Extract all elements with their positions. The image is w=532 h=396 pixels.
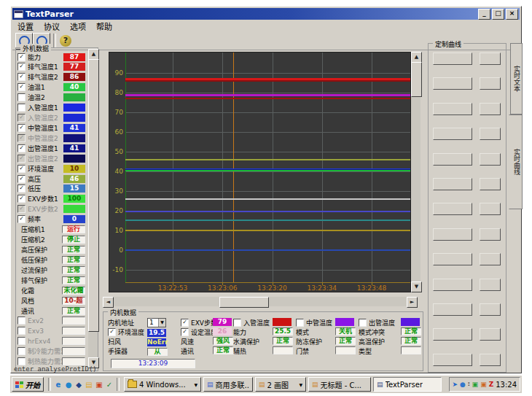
close-button[interactable]: ×	[506, 9, 518, 20]
checkbox[interactable]: ✓	[181, 328, 189, 336]
menu-item-选项[interactable]: 选项	[65, 20, 91, 33]
checkbox[interactable]: ✓	[17, 165, 26, 173]
custom-curve-value[interactable]	[480, 253, 501, 265]
scroll-up-icon[interactable]: ▲	[411, 52, 422, 63]
chevron-down-icon[interactable]: ▼	[158, 319, 165, 327]
quicklaunch-app-red-icon[interactable]: ▣	[94, 381, 104, 389]
checkbox[interactable]: ✓	[17, 175, 26, 183]
custom-curve-value[interactable]	[480, 77, 501, 90]
scrollbar-thumb[interactable]	[88, 59, 99, 332]
chart-vscrollbar[interactable]: ▲ ▼	[411, 52, 420, 292]
taskbar-button[interactable]: ▤TextParser	[373, 377, 442, 392]
checkbox[interactable]: ✓	[17, 205, 26, 213]
help-button[interactable]: ?	[58, 33, 74, 48]
taskbar-button[interactable]: ▤商用多联...	[203, 377, 253, 392]
checkbox[interactable]: ✓	[17, 155, 26, 163]
custom-curve-select[interactable]	[433, 253, 472, 265]
tray-dots-icon[interactable]: ∶	[468, 381, 470, 388]
custom-curve-select[interactable]	[433, 128, 472, 140]
chart-hscrollbar[interactable]: ◄ ►	[103, 297, 418, 306]
checkbox[interactable]: ✓	[181, 319, 189, 327]
scroll-down-icon[interactable]: ▼	[411, 282, 422, 292]
tray-green-icon[interactable]: ▣	[472, 381, 479, 388]
tab-realtime-text[interactable]: 实时文本	[510, 43, 523, 114]
taskbar-button[interactable]: ▤无标题 - C...	[308, 377, 371, 392]
sidebar-item-label: 排气保护	[21, 276, 47, 285]
checkbox[interactable]	[359, 319, 367, 327]
custom-curve-value[interactable]	[480, 203, 501, 215]
scrollbar-thumb[interactable]	[219, 297, 269, 308]
sidebar-item-label: 高压保护	[21, 245, 47, 255]
menu-item-设置[interactable]: 设置	[12, 20, 39, 33]
tab-realtime-curve[interactable]: 实时曲线	[509, 114, 523, 209]
custom-curve-select[interactable]	[433, 153, 472, 166]
custom-curve-select[interactable]	[433, 77, 472, 90]
custom-curve-value[interactable]	[480, 53, 501, 65]
checkbox[interactable]	[17, 327, 26, 335]
custom-curve-value[interactable]	[480, 128, 501, 140]
checkbox[interactable]: ✓	[17, 195, 26, 203]
custom-curve-value[interactable]	[480, 303, 501, 316]
checkbox[interactable]: ✓	[108, 328, 116, 336]
checkbox[interactable]: ✓	[17, 185, 26, 193]
scroll-right-icon[interactable]: ►	[407, 297, 418, 308]
tray-thunder-icon[interactable]: Z	[489, 381, 494, 388]
checkbox[interactable]: ✓	[17, 124, 26, 132]
custom-curve-select[interactable]	[433, 354, 472, 366]
checkbox[interactable]	[17, 93, 26, 101]
custom-curve-select[interactable]	[433, 279, 472, 291]
tray-msn-icon[interactable]: ●	[460, 381, 466, 388]
title-bar[interactable]: TextParser _ □ ×	[12, 8, 520, 20]
menu-item-帮助[interactable]: 帮助	[91, 20, 117, 33]
custom-curve-value[interactable]	[480, 328, 501, 341]
custom-curve-select[interactable]	[433, 53, 472, 65]
custom-curve-select[interactable]	[433, 178, 472, 190]
checkbox[interactable]: ✓	[17, 114, 26, 122]
checkbox[interactable]	[17, 317, 26, 325]
quicklaunch-mail-icon[interactable]: ▤	[84, 381, 94, 389]
sidebar-scrollbar[interactable]: ▲ ▼	[88, 49, 98, 368]
checkbox[interactable]	[233, 319, 241, 327]
taskbar-button[interactable]: 4 Windows...▼	[124, 377, 201, 392]
realtime-curve-plot[interactable]: 9080706050403020100-1013:22:5313:23:0613…	[109, 52, 411, 292]
quicklaunch-msn-icon[interactable]: ◆	[74, 381, 84, 389]
checkbox[interactable]	[17, 357, 26, 365]
checkbox[interactable]: ✓	[17, 83, 26, 91]
custom-curve-value[interactable]	[480, 354, 501, 366]
checkbox[interactable]: ✓	[17, 215, 26, 223]
quicklaunch-ie-icon[interactable]: e	[53, 381, 63, 389]
checkbox[interactable]: ✓	[17, 53, 26, 61]
custom-curve-value[interactable]	[480, 178, 501, 190]
indoor-address-dropdown[interactable]: 1▼	[147, 318, 166, 327]
checkbox[interactable]	[296, 319, 304, 327]
checkbox[interactable]	[17, 347, 26, 355]
checkbox[interactable]: ✓	[17, 63, 26, 71]
checkbox[interactable]	[17, 337, 26, 345]
custom-curve-select[interactable]	[433, 328, 472, 341]
scroll-left-icon[interactable]: ◄	[103, 297, 114, 308]
menu-item-协议[interactable]: 协议	[39, 20, 65, 33]
checkbox[interactable]: ✓	[17, 134, 26, 142]
custom-curve-value[interactable]	[480, 103, 501, 115]
scrollbar-thumb[interactable]	[411, 62, 422, 97]
sidebar-item-label: 低压保护	[21, 255, 47, 265]
tray-arrow-icon[interactable]: ➤	[453, 381, 458, 388]
quicklaunch-media-icon[interactable]: ●	[63, 381, 74, 389]
checkbox[interactable]: ✓	[17, 73, 26, 81]
custom-curve-select[interactable]	[433, 228, 472, 241]
minimize-button[interactable]: _	[478, 9, 490, 20]
checkbox[interactable]: ✓	[17, 144, 26, 152]
custom-curve-value[interactable]	[480, 228, 501, 241]
custom-curve-value[interactable]	[480, 153, 501, 166]
custom-curve-select[interactable]	[433, 203, 472, 215]
quicklaunch-ok-icon[interactable]: ✓	[104, 381, 114, 389]
custom-curve-select[interactable]	[433, 303, 472, 316]
scroll-up-icon[interactable]: ▲	[88, 49, 99, 60]
custom-curve-select[interactable]	[433, 103, 472, 115]
checkbox[interactable]	[17, 104, 26, 112]
start-button[interactable]: 开始	[12, 377, 44, 392]
maximize-button[interactable]: □	[492, 9, 504, 20]
tray-av-icon[interactable]: ▣	[480, 381, 487, 388]
taskbar-button[interactable]: ▤2 画图▼	[255, 377, 306, 392]
custom-curve-value[interactable]	[480, 279, 501, 291]
